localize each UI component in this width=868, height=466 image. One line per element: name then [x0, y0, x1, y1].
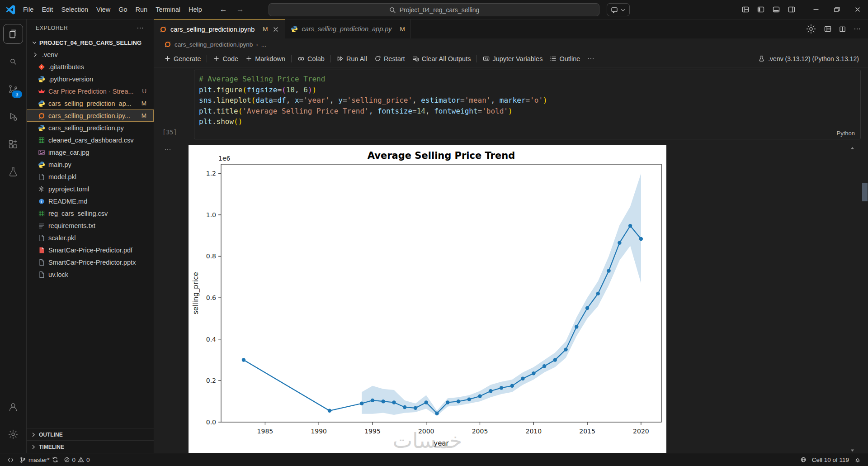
menu-selection[interactable]: Selection — [57, 3, 92, 16]
file-tree: .venv.gitattributes.python-versionCar Pr… — [27, 48, 154, 281]
menu-file[interactable]: File — [19, 3, 38, 16]
search-icon — [389, 6, 396, 14]
file-item-reg-cars-selling-csv[interactable]: reg_cars_selling.csv — [27, 207, 154, 219]
sparkle-icon — [164, 55, 171, 62]
toolbar-code[interactable]: Code — [209, 52, 242, 65]
search-icon — [9, 58, 17, 65]
toolbar-generate[interactable]: Generate — [160, 52, 204, 65]
source-control-activity-icon[interactable]: 3 — [2, 77, 24, 101]
files-activity-icon[interactable] — [2, 22, 24, 46]
project-root-folder[interactable]: PROJECT_04_REG_CARS_SELLING — [27, 37, 154, 48]
file-item-venv[interactable]: .venv — [27, 48, 154, 61]
panel-right-icon[interactable] — [786, 4, 797, 15]
chat-dropdown-button[interactable] — [607, 3, 630, 16]
restore-button[interactable] — [826, 0, 847, 19]
cell-language-label[interactable]: Python — [837, 130, 855, 137]
menu-run[interactable]: Run — [132, 3, 152, 16]
split-editor-icon[interactable] — [839, 26, 846, 33]
remote-indicator[interactable] — [5, 453, 17, 466]
layout-grid-icon[interactable] — [740, 4, 751, 15]
account-icon[interactable] — [2, 395, 24, 418]
toolbar-colab[interactable]: Colab — [294, 52, 328, 65]
kernel-picker[interactable]: .venv (3.13.12) (Python 3.13.12) — [758, 55, 868, 62]
svg-text:2015: 2015 — [579, 428, 595, 435]
toolbar-outline[interactable]: Outline — [546, 52, 584, 65]
file-label: cars_selling_prediction_ap... — [48, 100, 132, 107]
outline-section[interactable]: OUTLINE — [27, 428, 154, 441]
file-item-cars-selling-prediction-ap[interactable]: cars_selling_prediction_ap...M — [27, 97, 154, 109]
code-editor[interactable]: # Average Selling Price Trendplt.figure(… — [194, 70, 861, 139]
panel-left-icon[interactable] — [755, 4, 767, 15]
file-item-scaler-pkl[interactable]: scaler.pkl — [27, 232, 154, 244]
toolbar-jupyter-variables[interactable]: Jupyter Variables — [479, 52, 546, 65]
panel-bottom-icon[interactable] — [770, 4, 782, 15]
file-label: cleaned_cars_dashboard.csv — [48, 137, 134, 144]
layout-grid-icon[interactable] — [824, 25, 831, 33]
menu-edit[interactable]: Edit — [38, 3, 57, 16]
explorer-more-icon[interactable] — [137, 24, 144, 32]
scrollbar-thumb[interactable] — [862, 183, 868, 201]
file-item-main-py[interactable]: main.py — [27, 158, 154, 171]
breadcrumb[interactable]: cars_selling_prediction.ipynb › ... — [154, 38, 868, 50]
file-item-python-version[interactable]: .python-version — [27, 73, 154, 85]
toolbar-restart[interactable]: Restart — [371, 52, 409, 65]
toolbar-markdown[interactable]: Markdown — [242, 52, 289, 65]
toolbar-run-all[interactable]: Run All — [333, 52, 371, 65]
timeline-section[interactable]: TIMELINE — [27, 440, 154, 453]
globe-icon[interactable] — [797, 456, 809, 463]
editor-actions — [806, 19, 868, 38]
file-icon — [38, 271, 45, 278]
tab-dirty-badge: M — [396, 26, 405, 33]
svg-text:2020: 2020 — [633, 428, 649, 435]
settings-icon[interactable] — [2, 423, 24, 446]
file-item-readme-md[interactable]: README.md — [27, 195, 154, 207]
tab-cars-selling-prediction-ipynb[interactable]: cars_selling_prediction.ipynbM — [154, 19, 285, 38]
menu-terminal[interactable]: Terminal — [151, 3, 184, 16]
close-tab-icon[interactable] — [272, 26, 279, 33]
file-item-smartcar-price-predictor-pdf[interactable]: SmartCar-Price-Predictor.pdf — [27, 244, 154, 256]
minimize-button[interactable] — [806, 0, 826, 19]
forward-icon[interactable]: → — [236, 5, 244, 14]
extensions-activity-icon[interactable] — [2, 133, 24, 156]
file-item-cars-selling-prediction-py[interactable]: cars_selling_prediction.py — [27, 122, 154, 134]
file-item-pyproject-toml[interactable]: pyproject.toml — [27, 183, 154, 195]
kernel-label: .venv (3.13.12) (Python 3.13.12) — [768, 55, 859, 62]
file-item-image-car-jpg[interactable]: image_car.jpg — [27, 146, 154, 158]
execution-count: [35] — [162, 128, 177, 136]
beaker-activity-icon[interactable] — [2, 160, 24, 184]
restart-icon — [374, 55, 381, 62]
file-item-cleaned-cars-dashboard-csv[interactable]: cleaned_cars_dashboard.csv — [27, 134, 154, 146]
file-item-smartcar-price-predictor-pptx[interactable]: SmartCar-Price-Predictor.pptx — [27, 256, 154, 268]
tab-cars-selling-prediction-app-py[interactable]: cars_selling_prediction_app.pyM — [285, 19, 410, 38]
settings-icon[interactable] — [806, 24, 816, 34]
menu-help[interactable]: Help — [184, 3, 206, 16]
editor-scrollbar[interactable] — [862, 38, 868, 453]
search-activity-icon[interactable] — [2, 50, 24, 73]
debug-activity-icon[interactable] — [2, 105, 24, 128]
file-item-model-pkl[interactable]: model.pkl — [27, 171, 154, 183]
scroll-up-icon[interactable] — [849, 145, 855, 151]
toolbar-more[interactable] — [584, 52, 598, 65]
scroll-down-icon[interactable] — [849, 447, 855, 453]
file-item-gitattributes[interactable]: .gitattributes — [27, 61, 154, 73]
file-item-uv-lock[interactable]: uv.lock — [27, 268, 154, 281]
notifications-bell-icon[interactable] — [852, 456, 863, 463]
git-branch-item[interactable]: master* — [17, 453, 61, 466]
close-button[interactable] — [847, 0, 868, 19]
toolbar-clear-all-outputs[interactable]: Clear All Outputs — [409, 52, 475, 65]
python-icon — [291, 25, 298, 33]
command-center-search[interactable]: Project_04_reg_cars_selling — [269, 3, 599, 16]
file-item-requirements-txt[interactable]: requirements.txt — [27, 219, 154, 232]
back-icon[interactable]: ← — [220, 5, 227, 14]
file-item-car-price-prediction-strea[interactable]: Car Price Prediction · Strea...U — [27, 85, 154, 97]
menu-go[interactable]: Go — [114, 3, 131, 16]
menu-view[interactable]: View — [92, 3, 114, 16]
toolbar-label: Code — [222, 55, 238, 62]
more-icon[interactable] — [854, 25, 861, 33]
output-more-icon[interactable] — [164, 146, 171, 153]
cell-indicator[interactable]: Cell 10 of 119 — [809, 456, 852, 463]
problems-item[interactable]: 0 0 — [61, 453, 93, 466]
run-all-icon — [337, 55, 344, 62]
file-item-cars-selling-prediction-ipy[interactable]: cars_selling_prediction.ipy...M — [27, 109, 154, 122]
notebook-toolbar: GenerateCodeMarkdownColabRun AllRestartC… — [154, 50, 868, 67]
